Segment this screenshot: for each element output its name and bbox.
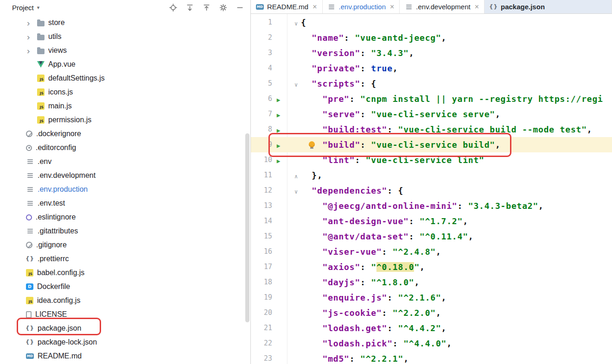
tree-item-README.md[interactable]: MDREADME.md (0, 349, 250, 363)
code-line-2[interactable]: 2 "name": "vue-antd-jeecg", (251, 30, 612, 45)
line-number[interactable]: 1 (251, 15, 272, 30)
expand-all-icon[interactable] (185, 3, 194, 12)
tree-item-idea.config.js[interactable]: JSidea.config.js (0, 294, 250, 308)
run-script-icon[interactable]: ▶ (277, 96, 281, 103)
tree-item-.eslintignore[interactable]: .eslintignore (0, 210, 250, 224)
close-tab-icon[interactable]: × (390, 3, 394, 11)
line-number[interactable]: 21 (251, 320, 272, 336)
tree-item-utils[interactable]: ›utils (0, 30, 250, 44)
code-line-7[interactable]: 7▶ "serve": "vue-cli-service serve", (251, 107, 612, 122)
tree-item-.env.test[interactable]: .env.test (0, 196, 250, 210)
tree-item-.env.production[interactable]: .env.production (0, 182, 250, 196)
tree-item-package-lock.json[interactable]: {}package-lock.json (0, 335, 250, 349)
tree-item-package.json[interactable]: {}package.json (0, 321, 250, 335)
tab-package.json[interactable]: {}package.json (484, 0, 612, 13)
tab-.env.production[interactable]: .env.production× (323, 0, 400, 13)
line-number[interactable]: 4 (251, 61, 272, 76)
code-line-4[interactable]: 4 "private": true, (251, 61, 612, 76)
line-number[interactable]: 16 (251, 244, 272, 259)
run-script-icon[interactable]: ▶ (277, 127, 281, 134)
line-number[interactable]: 15 (251, 229, 272, 244)
tree-item-Dockerfile[interactable]: DDockerfile (0, 280, 250, 294)
code-line-9[interactable]: 9▶ "build": "vue-cli-service build", (251, 137, 612, 152)
chevron-right-icon[interactable]: › (26, 19, 37, 27)
tab-README.md[interactable]: MDREADME.md× (251, 0, 323, 13)
line-number[interactable]: 13 (251, 198, 272, 213)
tree-item-.gitignore[interactable]: .gitignore (0, 238, 250, 252)
code-line-23[interactable]: 23 "md5": "^2.2.1", (251, 351, 612, 364)
code-line-19[interactable]: 19 "enquire.js": "^2.1.6", (251, 290, 612, 305)
code-line-8[interactable]: 8▶ "build:test": "vue-cli-service build … (251, 122, 612, 137)
hide-panel-icon[interactable] (236, 3, 244, 12)
code-line-15[interactable]: 15 "@antv/data-set": "^0.11.4", (251, 229, 612, 244)
line-number[interactable]: 7 (251, 107, 272, 122)
code-line-21[interactable]: 21 "lodash.get": "^4.4.2", (251, 320, 612, 336)
tree-item-LICENSE[interactable]: LICENSE (0, 308, 250, 321)
line-number[interactable]: 18 (251, 275, 272, 290)
line-number[interactable]: 11 (251, 168, 272, 183)
line-number[interactable]: 19 (251, 290, 272, 305)
tree-item-.env.development[interactable]: .env.development (0, 169, 250, 182)
tree-scrollbar[interactable] (245, 133, 249, 322)
code-line-6[interactable]: 6▶ "pre": "cnpm install || yarn --regist… (251, 91, 612, 107)
tree-item-main.js[interactable]: JSmain.js (0, 99, 250, 113)
code-line-11[interactable]: 11∧ }, (251, 168, 612, 183)
locate-file-icon[interactable] (169, 3, 177, 12)
chevron-down-icon[interactable]: ▾ (37, 5, 40, 11)
line-number[interactable]: 10 (251, 152, 272, 168)
tree-item-store[interactable]: ›store (0, 16, 250, 30)
tab-.env.development[interactable]: .env.development× (400, 0, 484, 13)
line-number[interactable]: 17 (251, 259, 272, 275)
chevron-right-icon[interactable]: › (26, 32, 37, 41)
tree-item-.dockerignore[interactable]: .dockerignore (0, 127, 250, 141)
tree-item-permission.js[interactable]: JSpermission.js (0, 113, 250, 127)
line-number[interactable]: 8 (251, 122, 272, 137)
run-script-icon[interactable]: ▶ (277, 157, 281, 164)
code-line-22[interactable]: 22 "lodash.pick": "^4.4.0", (251, 336, 612, 351)
fold-collapse-icon[interactable]: ∨ (294, 82, 298, 88)
code-line-1[interactable]: 1∨{ (251, 15, 612, 30)
intention-bulb-icon[interactable] (309, 141, 315, 147)
tree-item-babel.config.js[interactable]: JSbabel.config.js (0, 266, 250, 280)
tree-item-icons.js[interactable]: JSicons.js (0, 85, 250, 99)
fold-end-icon[interactable]: ∧ (294, 173, 298, 180)
tree-item-defaultSettings.js[interactable]: JSdefaultSettings.js (0, 71, 250, 85)
collapse-all-icon[interactable] (202, 3, 210, 12)
line-number[interactable]: 5 (251, 76, 272, 91)
line-number[interactable]: 23 (251, 351, 272, 364)
code-line-18[interactable]: 18 "dayjs": "^1.8.0", (251, 275, 612, 290)
line-number[interactable]: 20 (251, 305, 272, 320)
tree-item-.gitattributes[interactable]: .gitattributes (0, 224, 250, 238)
tree-item-App.vue[interactable]: App.vue (0, 57, 250, 71)
code-line-3[interactable]: 3 "version": "3.4.3", (251, 45, 612, 61)
code-line-17[interactable]: 17 "axios": "^0.18.0", (251, 259, 612, 275)
fold-collapse-icon[interactable]: ∨ (294, 20, 298, 27)
line-number[interactable]: 22 (251, 336, 272, 351)
close-tab-icon[interactable]: × (312, 3, 317, 11)
code-line-14[interactable]: 14 "ant-design-vue": "^1.7.2", (251, 213, 612, 229)
line-number[interactable]: 2 (251, 30, 272, 45)
tree-item-.prettierrc[interactable]: {}.prettierrc (0, 252, 250, 266)
code-line-10[interactable]: 10▶ "lint": "vue-cli-service lint" (251, 152, 612, 168)
fold-collapse-icon[interactable]: ∨ (294, 188, 298, 195)
code-line-5[interactable]: 5∨ "scripts": { (251, 76, 612, 91)
run-script-icon[interactable]: ▶ (277, 112, 281, 119)
code-line-12[interactable]: 12∨ "dependencies": { (251, 183, 612, 198)
code-line-16[interactable]: 16 "viser-vue": "^2.4.8", (251, 244, 612, 259)
run-script-icon[interactable]: ▶ (277, 142, 281, 149)
tree-item-.editorconfig[interactable]: .editorconfig (0, 141, 250, 155)
settings-gear-icon[interactable] (219, 3, 227, 12)
chevron-right-icon[interactable]: › (26, 46, 37, 55)
close-tab-icon[interactable]: × (475, 3, 479, 11)
line-number[interactable]: 3 (251, 45, 272, 61)
line-number[interactable]: 6 (251, 91, 272, 107)
tree-item-.env[interactable]: .env (0, 155, 250, 169)
tree-item-views[interactable]: ›views (0, 44, 250, 57)
code-line-13[interactable]: 13 "@jeecg/antd-online-mini": "3.4.3-bet… (251, 198, 612, 213)
project-panel-title[interactable]: Project (12, 4, 34, 12)
code-text: "viser-vue": "^2.4.8", (301, 244, 441, 259)
line-number[interactable]: 9 (251, 137, 272, 152)
line-number[interactable]: 14 (251, 213, 272, 229)
code-line-20[interactable]: 20 "js-cookie": "^2.2.0", (251, 305, 612, 320)
line-number[interactable]: 12 (251, 183, 272, 198)
